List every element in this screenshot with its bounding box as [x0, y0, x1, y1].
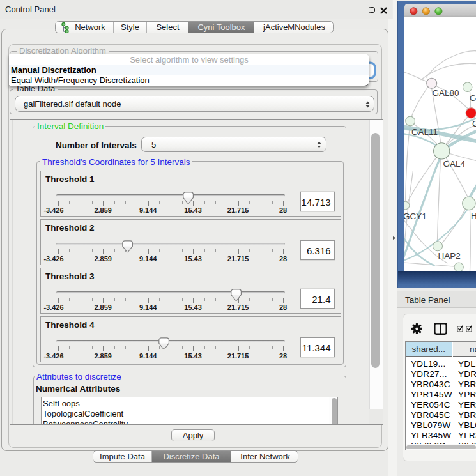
svg-text:H: H: [471, 211, 476, 220]
svg-text:G.: G.: [470, 93, 476, 103]
svg-text:GAL11: GAL11: [411, 127, 438, 137]
svg-text:HAP2: HAP2: [438, 251, 460, 261]
svg-text:GAL4: GAL4: [443, 159, 465, 169]
svg-text:GCY1: GCY1: [404, 211, 427, 221]
svg-text:GAL80: GAL80: [432, 88, 459, 98]
svg-text:C: C: [472, 119, 476, 128]
